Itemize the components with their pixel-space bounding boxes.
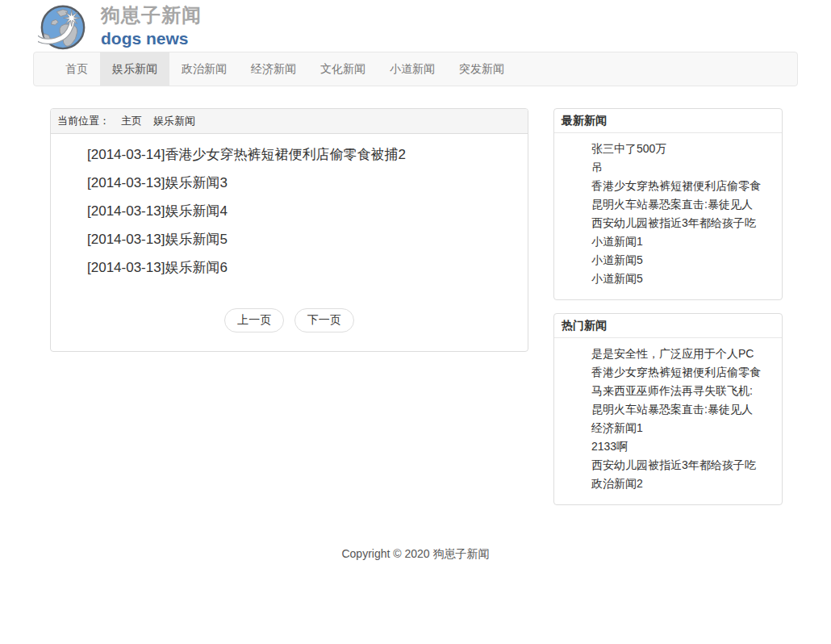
latest-news-panel: 最新新闻 张三中了500万吊香港少女穿热裤短裙便利店偷零食昆明火车站暴恐案直击:… <box>553 108 783 300</box>
latest-news-list: 张三中了500万吊香港少女穿热裤短裙便利店偷零食昆明火车站暴恐案直击:暴徒见人西… <box>554 140 782 288</box>
nav-item[interactable]: 娱乐新闻 <box>100 52 169 86</box>
main-column: 当前位置： 主页娱乐新闻 [2014-03-14]香港少女穿热裤短裙便利店偷零食… <box>50 108 528 352</box>
sidebar-news-link[interactable]: 西安幼儿园被指近3年都给孩子吃 <box>591 456 782 475</box>
sidebar: 最新新闻 张三中了500万吊香港少女穿热裤短裙便利店偷零食昆明火车站暴恐案直击:… <box>553 108 783 518</box>
sidebar-news-link[interactable]: 西安幼儿园被指近3年都给孩子吃 <box>591 214 782 232</box>
nav-list: 首页娱乐新闻政治新闻经济新闻文化新闻小道新闻突发新闻 <box>34 52 797 86</box>
site-header: 狗崽子新闻 dogs news <box>33 0 798 52</box>
sidebar-news-link[interactable]: 香港少女穿热裤短裙便利店偷零食 <box>591 177 782 195</box>
hot-news-list: 是是安全性，广泛应用于个人PC香港少女穿热裤短裙便利店偷零食马来西亚巫师作法再寻… <box>554 345 782 493</box>
main-nav: 首页娱乐新闻政治新闻经济新闻文化新闻小道新闻突发新闻 <box>33 52 798 86</box>
sidebar-news-link[interactable]: 小道新闻1 <box>591 232 782 251</box>
nav-item[interactable]: 小道新闻 <box>378 52 447 86</box>
sidebar-news-link[interactable]: 昆明火车站暴恐案直击:暴徒见人 <box>591 195 782 214</box>
sidebar-news-link[interactable]: 2133啊 <box>591 437 782 456</box>
news-panel: 当前位置： 主页娱乐新闻 [2014-03-14]香港少女穿热裤短裙便利店偷零食… <box>50 108 528 352</box>
site-subtitle: dogs news <box>101 28 202 49</box>
sidebar-news-link[interactable]: 吊 <box>591 158 782 177</box>
sidebar-news-link[interactable]: 张三中了500万 <box>591 140 782 158</box>
next-page-button[interactable]: 下一页 <box>294 308 354 332</box>
news-link[interactable]: [2014-03-13]娱乐新闻4 <box>87 197 528 225</box>
page: 狗崽子新闻 dogs news 首页娱乐新闻政治新闻经济新闻文化新闻小道新闻突发… <box>0 0 831 644</box>
breadcrumb-link[interactable]: 主页 <box>121 114 142 128</box>
sidebar-news-link[interactable]: 是是安全性，广泛应用于个人PC <box>591 345 782 363</box>
nav-item[interactable]: 经济新闻 <box>239 52 308 86</box>
sidebar-news-link[interactable]: 香港少女穿热裤短裙便利店偷零食 <box>591 363 782 382</box>
sidebar-news-link[interactable]: 小道新闻5 <box>591 270 782 288</box>
sidebar-news-link[interactable]: 马来西亚巫师作法再寻失联飞机: <box>591 382 782 400</box>
nav-item[interactable]: 突发新闻 <box>447 52 516 86</box>
hot-news-title: 热门新闻 <box>554 314 782 338</box>
sidebar-news-link[interactable]: 小道新闻5 <box>591 251 782 270</box>
news-link[interactable]: [2014-03-14]香港少女穿热裤短裙便利店偷零食被捕2 <box>87 140 528 169</box>
site-titles: 狗崽子新闻 dogs news <box>101 2 202 49</box>
latest-news-title: 最新新闻 <box>554 109 782 133</box>
sidebar-news-link[interactable]: 经济新闻1 <box>591 419 782 437</box>
news-list: [2014-03-14]香港少女穿热裤短裙便利店偷零食被捕2[2014-03-1… <box>51 140 528 282</box>
sidebar-news-link[interactable]: 昆明火车站暴恐案直击:暴徒见人 <box>591 400 782 419</box>
content-row: 当前位置： 主页娱乐新闻 [2014-03-14]香港少女穿热裤短裙便利店偷零食… <box>33 108 798 518</box>
news-link[interactable]: [2014-03-13]娱乐新闻6 <box>87 253 528 282</box>
breadcrumb-label: 当前位置： <box>57 114 110 128</box>
pager: 上一页 下一页 <box>51 308 528 332</box>
nav-item[interactable]: 文化新闻 <box>308 52 378 86</box>
copyright-text: Copyright © 2020 狗崽子新闻 <box>0 547 831 562</box>
sidebar-news-link[interactable]: 政治新闻2 <box>591 475 782 493</box>
site-title: 狗崽子新闻 <box>101 4 202 27</box>
nav-item[interactable]: 政治新闻 <box>169 52 239 86</box>
breadcrumb-list: 主页娱乐新闻 <box>110 114 195 128</box>
breadcrumb: 当前位置： 主页娱乐新闻 <box>51 109 528 134</box>
globe-logo-icon <box>38 2 88 52</box>
news-link[interactable]: [2014-03-13]娱乐新闻3 <box>87 169 528 197</box>
news-link[interactable]: [2014-03-13]娱乐新闻5 <box>87 225 528 253</box>
hot-news-panel: 热门新闻 是是安全性，广泛应用于个人PC香港少女穿热裤短裙便利店偷零食马来西亚巫… <box>553 313 783 505</box>
nav-item[interactable]: 首页 <box>53 52 100 86</box>
breadcrumb-link[interactable]: 娱乐新闻 <box>153 114 195 128</box>
site-logo[interactable] <box>38 2 88 52</box>
prev-page-button[interactable]: 上一页 <box>224 308 284 332</box>
